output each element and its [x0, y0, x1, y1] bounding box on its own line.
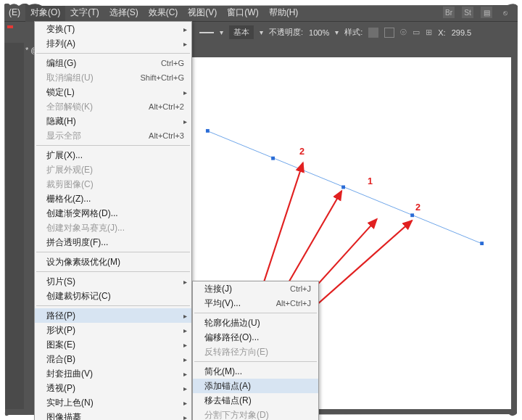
menu-edit[interactable]: (E)	[4, 4, 25, 20]
menu-item-label: 编组(G)	[46, 57, 161, 70]
menu-item[interactable]: 偏移路径(O)...	[193, 330, 318, 345]
menu-item-label: 创建对象马赛克(J)...	[46, 222, 184, 234]
menu-item-shortcut: Ctrl+G	[161, 59, 184, 67]
menu-item: 分割下方对象(D)	[193, 408, 318, 420]
stroke-preview-icon[interactable]	[199, 32, 214, 33]
menu-item-label: 栅格化(Z)...	[46, 193, 184, 205]
menu-item-label: 隐藏(H)	[46, 115, 184, 128]
submenu-arrow-icon: ▸	[183, 370, 187, 378]
menu-item[interactable]: 锁定(L)▸	[35, 85, 191, 99]
basic-appearance-chip[interactable]: 基本	[229, 25, 254, 39]
anchor-point[interactable]	[341, 186, 345, 189]
menu-item[interactable]: 拼合透明度(F)...	[35, 235, 191, 250]
menu-item[interactable]: 形状(P)▸	[35, 323, 191, 337]
menu-item[interactable]: 连接(J)Ctrl+J	[193, 281, 318, 296]
menu-item-shortcut: Shift+Ctrl+G	[140, 73, 184, 82]
menu-window[interactable]: 窗口(W)	[222, 4, 263, 22]
annotation-label-2b: 2	[415, 202, 420, 213]
menu-item[interactable]: 添加锚点(A)	[193, 379, 318, 393]
submenu-arrow-icon: ▸	[183, 312, 187, 320]
transform-icon[interactable]: ▭	[413, 28, 420, 37]
menu-type[interactable]: 文字(T)	[65, 4, 104, 22]
menu-object[interactable]: 对象(O)	[25, 4, 65, 22]
menu-item-label: 平均(V)...	[204, 297, 276, 310]
main-menubar: (E) 对象(O) 文字(T) 选择(S) 效果(C) 视图(V) 窗口(W) …	[4, 4, 518, 21]
menu-item[interactable]: 封套扭曲(V)▸	[35, 366, 191, 381]
menu-item[interactable]: 栅格化(Z)...	[35, 192, 191, 206]
menu-item[interactable]: 创建裁切标记(C)	[35, 289, 191, 303]
menu-item[interactable]: 混合(B)▸	[35, 352, 191, 366]
menu-item[interactable]: 切片(S)▸	[35, 274, 191, 289]
menu-item-label: 图像描摹	[46, 411, 184, 421]
menu-item[interactable]: 编组(G)Ctrl+G	[35, 56, 191, 70]
menu-item-label: 路径(P)	[46, 310, 184, 322]
arrange-documents-icon[interactable]: ▤	[481, 7, 492, 18]
anchor-point[interactable]	[480, 242, 484, 245]
menu-item-label: 图案(E)	[46, 339, 184, 351]
menu-item[interactable]: 隐藏(H)▸	[35, 114, 191, 128]
shape-icon[interactable]: ⊞	[426, 28, 432, 37]
menu-item[interactable]: 简化(M)...	[193, 364, 318, 379]
menu-item[interactable]: 设为像素级优化(M)	[35, 255, 191, 269]
menu-item-label: 形状(P)	[46, 324, 184, 337]
submenu-arrow-icon: ▸	[183, 326, 187, 334]
path-submenu-panel: 连接(J)Ctrl+J平均(V)...Alt+Ctrl+J轮廓化描边(U)偏移路…	[192, 281, 319, 420]
menu-item-shortcut: Ctrl+J	[290, 284, 311, 293]
anchor-point[interactable]	[410, 213, 414, 217]
menu-view[interactable]: 视图(V)	[183, 4, 222, 22]
menu-item[interactable]: 平均(V)...Alt+Ctrl+J	[193, 296, 318, 310]
path-line	[208, 131, 482, 244]
menu-item-label: 裁剪图像(C)	[46, 178, 184, 191]
menu-item[interactable]: 创建渐变网格(D)...	[35, 206, 191, 221]
menu-item-label: 混合(B)	[46, 353, 184, 366]
menu-effect[interactable]: 效果(C)	[144, 4, 183, 22]
menu-item-label: 扩展外观(E)	[46, 164, 184, 176]
menu-item-label: 全部解锁(K)	[46, 101, 149, 113]
menu-help[interactable]: 帮助(H)	[264, 4, 304, 22]
menu-item-label: 轮廓化描边(U)	[204, 317, 311, 329]
menu-item-label: 简化(M)...	[204, 366, 311, 378]
style-swatch[interactable]	[368, 28, 378, 38]
edit-menu-fragment	[7, 25, 13, 28]
menu-item[interactable]: 轮廓化描边(U)	[193, 316, 318, 330]
menu-item[interactable]: 排列(A)▸	[35, 36, 191, 51]
menu-select[interactable]: 选择(S)	[104, 4, 144, 22]
style-swatch-2[interactable]	[384, 28, 394, 38]
anchor-point[interactable]	[271, 157, 275, 160]
menu-item-label: 显示全部	[46, 130, 149, 142]
opacity-value[interactable]: 100%	[309, 28, 329, 37]
menu-item-label: 实时上色(N)	[46, 397, 184, 409]
menu-item[interactable]: 移去锚点(R)	[193, 393, 318, 408]
menu-item[interactable]: 变换(T)▸	[35, 22, 191, 36]
chip-dropdown-icon[interactable]: ▾	[260, 28, 263, 36]
menu-item[interactable]: 图像描摹▸	[35, 410, 191, 420]
object-menu-panel: 变换(T)▸排列(A)▸编组(G)Ctrl+G取消编组(U)Shift+Ctrl…	[34, 21, 192, 420]
menu-item-label: 创建裁切标记(C)	[46, 290, 184, 302]
menu-item[interactable]: 透视(P)▸	[35, 381, 191, 395]
submenu-arrow-icon: ▸	[183, 399, 187, 407]
menu-item-shortcut: Alt+Ctrl+2	[149, 102, 184, 111]
opacity-label: 不透明度:	[269, 27, 303, 38]
menu-item[interactable]: 路径(P)▸	[35, 308, 191, 323]
x-value[interactable]: 299.5	[452, 28, 472, 37]
menu-item[interactable]: 实时上色(N)▸	[35, 395, 191, 410]
align-icon[interactable]: ⦾	[400, 28, 407, 37]
stroke-dropdown-icon[interactable]: ▾	[220, 28, 223, 36]
menu-item: 创建对象马赛克(J)...	[35, 221, 191, 235]
gpu-icon[interactable]: ⎋	[500, 7, 511, 18]
submenu-arrow-icon: ▸	[183, 341, 187, 349]
menu-item-shortcut: Alt+Ctrl+3	[149, 131, 184, 140]
menu-item: 全部解锁(K)Alt+Ctrl+2	[35, 99, 191, 114]
menu-item-label: 创建渐变网格(D)...	[46, 207, 184, 220]
menu-item-label: 封套扭曲(V)	[46, 368, 184, 380]
menu-item-label: 锁定(L)	[46, 86, 184, 99]
menu-item: 显示全部Alt+Ctrl+3	[35, 128, 191, 143]
stock-icon[interactable]: St	[462, 7, 473, 18]
bridge-icon[interactable]: Br	[443, 7, 455, 18]
menu-item[interactable]: 扩展(X)...	[35, 148, 191, 162]
menu-item-label: 排列(A)	[46, 38, 184, 50]
menubar-icon-group: Br St ▤ ⎋	[443, 7, 518, 18]
menu-item[interactable]: 图案(E)▸	[35, 337, 191, 352]
opacity-dropdown-icon[interactable]: ▾	[335, 28, 339, 36]
anchor-point[interactable]	[206, 129, 210, 133]
